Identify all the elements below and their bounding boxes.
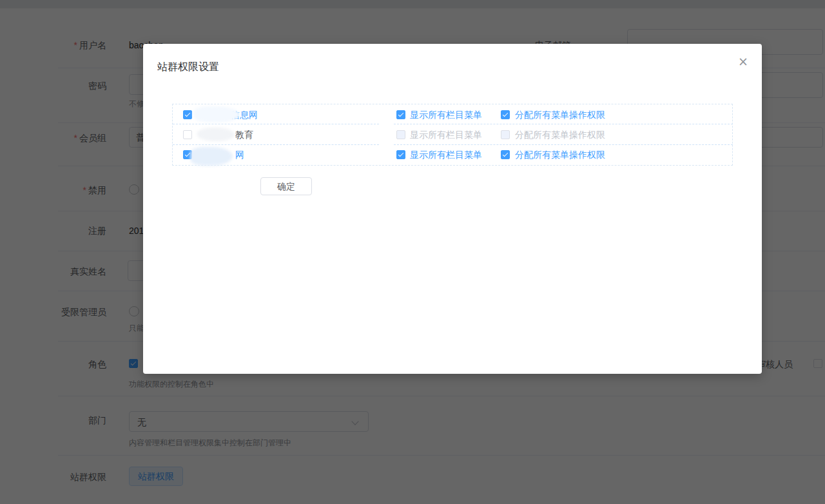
close-icon[interactable]: ×	[736, 54, 750, 68]
show-menu-label[interactable]: 显示所有栏目菜单	[410, 110, 482, 120]
site-permission-list: 信息网 显示所有栏目菜单 分配所有菜单操作权限 教育 显示所有栏目菜单 分配所有…	[172, 104, 733, 166]
redaction-blur	[193, 106, 240, 122]
show-menu-checkbox[interactable]	[396, 150, 405, 159]
show-menu-checkbox[interactable]	[396, 110, 405, 119]
assign-perm-checkbox[interactable]	[501, 110, 510, 119]
redaction-blur	[197, 128, 235, 141]
site-name[interactable]: 网	[235, 150, 244, 160]
show-menu-label: 显示所有栏目菜单	[410, 130, 482, 140]
check-icon	[398, 111, 403, 116]
dialog-title: 站群权限设置	[157, 61, 219, 73]
site-row: 网 显示所有栏目菜单 分配所有菜单操作权限	[173, 145, 732, 165]
assign-perm-label: 分配所有菜单操作权限	[515, 130, 605, 140]
site-row: 教育 显示所有栏目菜单 分配所有菜单操作权限	[173, 124, 732, 144]
site-name[interactable]: 教育	[235, 130, 253, 140]
redaction-blur	[190, 147, 233, 166]
site-row: 信息网 显示所有栏目菜单 分配所有菜单操作权限	[173, 104, 732, 124]
site-checkbox[interactable]	[183, 130, 192, 139]
site-group-permission-dialog: 站群权限设置 × 信息网 显示所有栏目菜单 分配所有菜单操作权限 教育 显示所有…	[143, 44, 762, 374]
assign-perm-label[interactable]: 分配所有菜单操作权限	[515, 150, 605, 160]
check-icon	[398, 151, 403, 157]
check-icon	[185, 111, 190, 116]
confirm-button[interactable]: 确定	[260, 177, 312, 195]
check-icon	[503, 111, 508, 116]
assign-perm-checkbox[interactable]	[501, 130, 510, 139]
site-checkbox[interactable]	[183, 110, 192, 119]
check-icon	[503, 151, 508, 157]
show-menu-label[interactable]: 显示所有栏目菜单	[410, 150, 482, 160]
screen: *用户名 baochan 密码 不修 *会员组 普 *禁用 注册 201 真实姓…	[0, 0, 825, 504]
assign-perm-label[interactable]: 分配所有菜单操作权限	[515, 110, 605, 120]
show-menu-checkbox[interactable]	[396, 130, 405, 139]
assign-perm-checkbox[interactable]	[501, 150, 510, 159]
check-icon	[185, 151, 190, 157]
